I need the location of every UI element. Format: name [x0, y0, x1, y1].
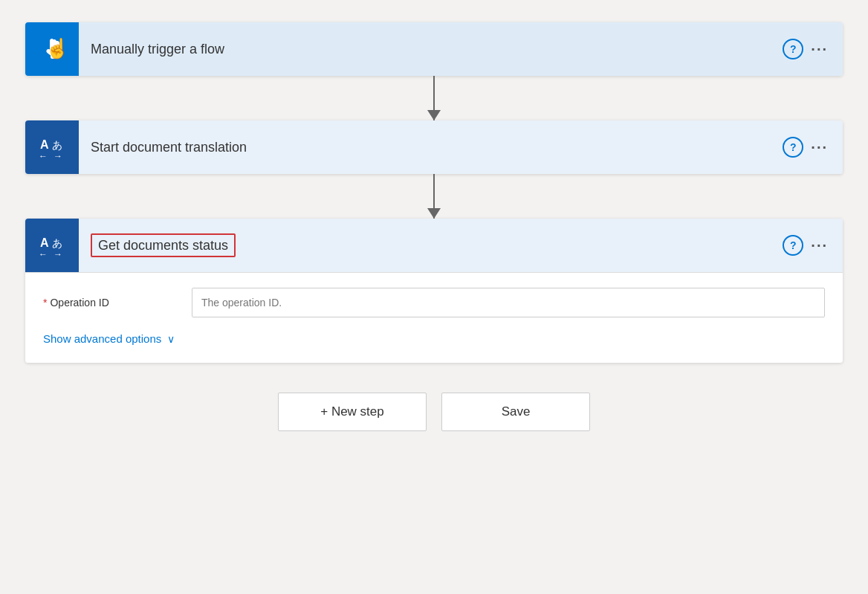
step-translate-header: A あ ← → Start document translation ? ··· — [25, 120, 843, 174]
new-step-button[interactable]: + New step — [278, 393, 427, 431]
translate-help-icon[interactable]: ? — [783, 137, 803, 158]
operation-id-input[interactable] — [192, 288, 825, 317]
show-advanced-button[interactable]: Show advanced options ∨ — [43, 332, 825, 345]
flow-container: ☝ Manually trigger a flow ? ··· A あ ← → … — [25, 22, 843, 431]
step-translate-card: A あ ← → Start document translation ? ··· — [25, 120, 843, 174]
status-actions: ? ··· — [783, 235, 843, 256]
status-more-icon[interactable]: ··· — [811, 237, 828, 254]
trigger-icon: ☝ — [25, 22, 79, 76]
operation-id-field-row: *Operation ID — [43, 288, 825, 317]
svg-text:A: A — [40, 138, 49, 151]
connector-1 — [433, 76, 435, 120]
svg-text:☝: ☝ — [45, 36, 65, 60]
svg-text:→: → — [54, 151, 62, 161]
translate-actions: ? ··· — [783, 137, 843, 158]
trigger-help-icon[interactable]: ? — [783, 39, 803, 59]
step-status-body: *Operation ID Show advanced options ∨ — [25, 272, 843, 363]
translate-title: Start document translation — [79, 140, 783, 155]
bottom-buttons: + New step Save — [278, 393, 590, 431]
required-asterisk: * — [43, 297, 47, 309]
save-button[interactable]: Save — [441, 393, 590, 431]
trigger-more-icon[interactable]: ··· — [811, 41, 828, 58]
translate-icon-1: A あ ← → — [25, 120, 79, 174]
status-title-text: Get documents status — [91, 233, 236, 257]
svg-text:←: ← — [39, 249, 48, 259]
translate-more-icon[interactable]: ··· — [811, 139, 828, 156]
trigger-actions: ? ··· — [783, 39, 843, 59]
step-trigger-card: ☝ Manually trigger a flow ? ··· — [25, 22, 843, 76]
status-icon: A あ ← → — [25, 219, 79, 272]
svg-text:あ: あ — [52, 237, 62, 249]
status-title: Get documents status — [79, 238, 783, 254]
status-help-icon[interactable]: ? — [783, 235, 803, 256]
trigger-title: Manually trigger a flow — [79, 42, 783, 57]
svg-text:→: → — [54, 249, 62, 259]
operation-id-label: *Operation ID — [43, 297, 192, 309]
show-advanced-label: Show advanced options — [43, 332, 161, 345]
svg-text:A: A — [40, 236, 49, 249]
chevron-down-icon: ∨ — [167, 333, 175, 345]
connector-2 — [433, 174, 435, 219]
step-trigger-header: ☝ Manually trigger a flow ? ··· — [25, 22, 843, 76]
svg-text:←: ← — [39, 151, 48, 161]
svg-text:あ: あ — [52, 139, 62, 151]
step-status-card: A あ ← → Get documents status ? ··· *Oper… — [25, 219, 843, 363]
step-status-header: A あ ← → Get documents status ? ··· — [25, 219, 843, 272]
